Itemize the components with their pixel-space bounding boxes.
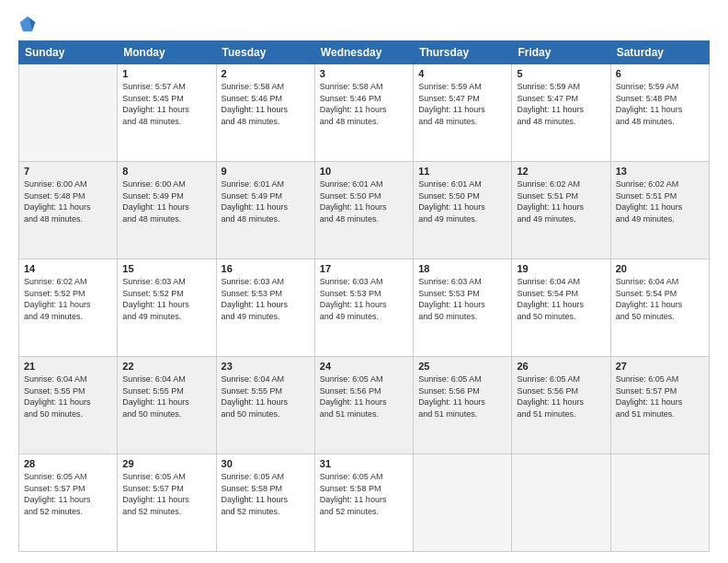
calendar-cell: 29Sunrise: 6:05 AMSunset: 5:57 PMDayligh… <box>118 454 216 552</box>
calendar-week-row: 7Sunrise: 6:00 AMSunset: 5:48 PMDaylight… <box>19 162 710 259</box>
day-info: Sunrise: 6:03 AMSunset: 5:53 PMDaylight:… <box>320 276 408 322</box>
day-info: Sunrise: 6:05 AMSunset: 5:58 PMDaylight:… <box>320 471 408 517</box>
calendar-week-row: 1Sunrise: 5:57 AMSunset: 5:45 PMDaylight… <box>19 64 710 162</box>
calendar-cell: 11Sunrise: 6:01 AMSunset: 5:50 PMDayligh… <box>414 162 512 259</box>
calendar-cell: 13Sunrise: 6:02 AMSunset: 5:51 PMDayligh… <box>610 162 709 259</box>
day-number: 24 <box>320 361 408 372</box>
day-info: Sunrise: 6:04 AMSunset: 5:55 PMDaylight:… <box>24 373 112 419</box>
day-info: Sunrise: 5:59 AMSunset: 5:48 PMDaylight:… <box>616 81 704 127</box>
day-number: 12 <box>517 166 605 177</box>
calendar-week-row: 28Sunrise: 6:05 AMSunset: 5:57 PMDayligh… <box>19 454 710 552</box>
calendar-cell: 16Sunrise: 6:03 AMSunset: 5:53 PMDayligh… <box>216 259 314 357</box>
day-number: 11 <box>418 166 506 177</box>
day-info: Sunrise: 6:01 AMSunset: 5:50 PMDaylight:… <box>418 178 506 224</box>
day-info: Sunrise: 6:04 AMSunset: 5:54 PMDaylight:… <box>517 276 605 322</box>
calendar-cell: 4Sunrise: 5:59 AMSunset: 5:47 PMDaylight… <box>414 64 512 162</box>
day-number: 17 <box>320 263 408 274</box>
day-info: Sunrise: 6:00 AMSunset: 5:49 PMDaylight:… <box>122 178 210 224</box>
calendar-cell: 10Sunrise: 6:01 AMSunset: 5:50 PMDayligh… <box>314 162 413 259</box>
day-info: Sunrise: 6:01 AMSunset: 5:49 PMDaylight:… <box>222 178 310 224</box>
calendar-cell: 21Sunrise: 6:04 AMSunset: 5:55 PMDayligh… <box>19 357 118 454</box>
calendar-cell: 5Sunrise: 5:59 AMSunset: 5:47 PMDaylight… <box>512 64 610 162</box>
calendar-cell: 7Sunrise: 6:00 AMSunset: 5:48 PMDaylight… <box>19 162 118 259</box>
day-number: 22 <box>122 361 210 372</box>
day-info: Sunrise: 6:04 AMSunset: 5:55 PMDaylight:… <box>122 373 210 419</box>
day-info: Sunrise: 5:59 AMSunset: 5:47 PMDaylight:… <box>418 81 506 127</box>
day-number: 20 <box>616 263 704 274</box>
day-number: 27 <box>616 361 704 372</box>
weekday-header-wednesday: Wednesday <box>314 41 413 64</box>
day-info: Sunrise: 6:02 AMSunset: 5:51 PMDaylight:… <box>616 178 704 224</box>
day-number: 18 <box>418 263 506 274</box>
day-number: 13 <box>616 166 704 177</box>
day-info: Sunrise: 6:03 AMSunset: 5:53 PMDaylight:… <box>418 276 506 322</box>
calendar-cell <box>610 454 709 552</box>
calendar-cell <box>19 64 118 162</box>
calendar-cell: 19Sunrise: 6:04 AMSunset: 5:54 PMDayligh… <box>512 259 610 357</box>
calendar-cell: 30Sunrise: 6:05 AMSunset: 5:58 PMDayligh… <box>216 454 314 552</box>
day-info: Sunrise: 6:00 AMSunset: 5:48 PMDaylight:… <box>24 178 112 224</box>
weekday-header-saturday: Saturday <box>610 41 709 64</box>
day-number: 19 <box>517 263 605 274</box>
day-number: 10 <box>320 166 408 177</box>
logo-icon <box>18 15 37 33</box>
day-info: Sunrise: 6:02 AMSunset: 5:52 PMDaylight:… <box>24 276 112 322</box>
day-number: 25 <box>418 361 506 372</box>
day-number: 4 <box>418 68 506 79</box>
day-info: Sunrise: 5:58 AMSunset: 5:46 PMDaylight:… <box>320 81 408 127</box>
day-info: Sunrise: 6:05 AMSunset: 5:56 PMDaylight:… <box>418 373 506 419</box>
day-info: Sunrise: 6:01 AMSunset: 5:50 PMDaylight:… <box>320 178 408 224</box>
weekday-header-monday: Monday <box>118 41 216 64</box>
day-number: 29 <box>122 458 210 469</box>
calendar-cell: 6Sunrise: 5:59 AMSunset: 5:48 PMDaylight… <box>610 64 709 162</box>
weekday-header-row: SundayMondayTuesdayWednesdayThursdayFrid… <box>19 41 710 64</box>
calendar-week-row: 21Sunrise: 6:04 AMSunset: 5:55 PMDayligh… <box>19 357 710 454</box>
day-number: 30 <box>222 458 310 469</box>
day-info: Sunrise: 6:05 AMSunset: 5:58 PMDaylight:… <box>222 471 310 517</box>
calendar-cell: 8Sunrise: 6:00 AMSunset: 5:49 PMDaylight… <box>118 162 216 259</box>
day-info: Sunrise: 6:05 AMSunset: 5:56 PMDaylight:… <box>320 373 408 419</box>
calendar-cell <box>414 454 512 552</box>
day-info: Sunrise: 6:05 AMSunset: 5:57 PMDaylight:… <box>122 471 210 517</box>
calendar-cell: 15Sunrise: 6:03 AMSunset: 5:52 PMDayligh… <box>118 259 216 357</box>
calendar-week-row: 14Sunrise: 6:02 AMSunset: 5:52 PMDayligh… <box>19 259 710 357</box>
calendar-cell: 1Sunrise: 5:57 AMSunset: 5:45 PMDaylight… <box>118 64 216 162</box>
day-number: 16 <box>222 263 310 274</box>
day-number: 6 <box>616 68 704 79</box>
day-info: Sunrise: 6:04 AMSunset: 5:54 PMDaylight:… <box>616 276 704 322</box>
weekday-header-tuesday: Tuesday <box>216 41 314 64</box>
calendar-cell: 31Sunrise: 6:05 AMSunset: 5:58 PMDayligh… <box>314 454 413 552</box>
day-number: 15 <box>122 263 210 274</box>
calendar-cell: 18Sunrise: 6:03 AMSunset: 5:53 PMDayligh… <box>414 259 512 357</box>
day-number: 9 <box>222 166 310 177</box>
logo-area <box>18 15 44 33</box>
day-number: 31 <box>320 458 408 469</box>
calendar-cell: 27Sunrise: 6:05 AMSunset: 5:57 PMDayligh… <box>610 357 709 454</box>
weekday-header-thursday: Thursday <box>414 41 512 64</box>
calendar-cell: 3Sunrise: 5:58 AMSunset: 5:46 PMDaylight… <box>314 64 413 162</box>
day-info: Sunrise: 6:04 AMSunset: 5:55 PMDaylight:… <box>222 373 310 419</box>
day-number: 23 <box>222 361 310 372</box>
page: SundayMondayTuesdayWednesdayThursdayFrid… <box>0 0 728 563</box>
day-number: 5 <box>517 68 605 79</box>
calendar-cell: 20Sunrise: 6:04 AMSunset: 5:54 PMDayligh… <box>610 259 709 357</box>
calendar-cell: 22Sunrise: 6:04 AMSunset: 5:55 PMDayligh… <box>118 357 216 454</box>
day-info: Sunrise: 5:58 AMSunset: 5:46 PMDaylight:… <box>222 81 310 127</box>
weekday-header-friday: Friday <box>512 41 610 64</box>
day-number: 8 <box>122 166 210 177</box>
day-info: Sunrise: 5:59 AMSunset: 5:47 PMDaylight:… <box>517 81 605 127</box>
day-info: Sunrise: 6:03 AMSunset: 5:53 PMDaylight:… <box>222 276 310 322</box>
calendar-cell: 2Sunrise: 5:58 AMSunset: 5:46 PMDaylight… <box>216 64 314 162</box>
day-number: 21 <box>24 361 112 372</box>
day-number: 1 <box>122 68 210 79</box>
day-number: 28 <box>24 458 112 469</box>
day-info: Sunrise: 6:05 AMSunset: 5:57 PMDaylight:… <box>616 373 704 419</box>
calendar-cell: 23Sunrise: 6:04 AMSunset: 5:55 PMDayligh… <box>216 357 314 454</box>
header <box>18 15 710 33</box>
calendar-cell: 28Sunrise: 6:05 AMSunset: 5:57 PMDayligh… <box>19 454 118 552</box>
day-info: Sunrise: 6:03 AMSunset: 5:52 PMDaylight:… <box>122 276 210 322</box>
calendar-table: SundayMondayTuesdayWednesdayThursdayFrid… <box>18 40 710 552</box>
calendar-cell: 12Sunrise: 6:02 AMSunset: 5:51 PMDayligh… <box>512 162 610 259</box>
day-number: 3 <box>320 68 408 79</box>
weekday-header-sunday: Sunday <box>19 41 118 64</box>
